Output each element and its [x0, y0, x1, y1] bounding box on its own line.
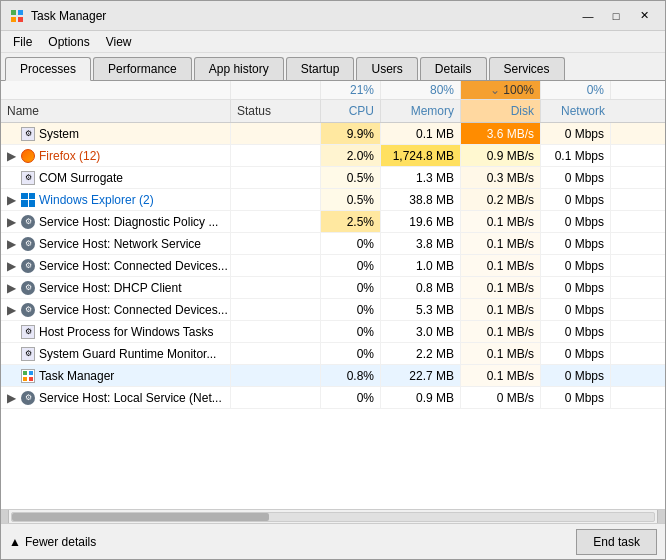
process-network: 0 Mbps [541, 321, 611, 342]
process-status [231, 255, 321, 276]
fewer-details-button[interactable]: ▲ Fewer details [9, 535, 96, 549]
table-row[interactable]: ▶ Firefox (12) 2.0% 1,724.8 MB 0.9 MB/s … [1, 145, 665, 167]
fewer-details-label: Fewer details [25, 535, 96, 549]
expand-icon[interactable]: ▶ [5, 216, 17, 228]
tab-processes[interactable]: Processes [5, 57, 91, 81]
process-network: 0 Mbps [541, 255, 611, 276]
process-cpu: 0% [321, 277, 381, 298]
process-name: ▶ ⚙ Service Host: Diagnostic Policy ... [1, 211, 231, 232]
table-row[interactable]: ▶ ⚙ COM Surrogate 0.5% 1.3 MB 0.3 MB/s 0… [1, 167, 665, 189]
table-row[interactable]: ▶ ⚙ Service Host: DHCP Client 0% 0.8 MB … [1, 277, 665, 299]
column-headers: Name Status CPU Memory Disk Network [1, 100, 665, 123]
table-row[interactable]: ▶ ⚙ System Guard Runtime Monitor... 0% 2… [1, 343, 665, 365]
table-row[interactable]: ▶ Task Manager 0.8% 22.7 MB 0.1 MB/s [1, 365, 665, 387]
process-name: ▶ ⚙ Service Host: Connected Devices... [1, 255, 231, 276]
col-name[interactable]: Name [1, 100, 231, 122]
process-name: ▶ ⚙ COM Surrogate [1, 167, 231, 188]
expand-icon[interactable]: ▶ [5, 194, 17, 206]
process-cpu: 0% [321, 233, 381, 254]
table-row[interactable]: ▶ ⚙ System 9.9% 0.1 MB 3.6 MB/s 0 Mbps [1, 123, 665, 145]
process-status [231, 167, 321, 188]
process-name: ▶ ⚙ Service Host: DHCP Client [1, 277, 231, 298]
table-row[interactable]: ▶ ⚙ Host Process for Windows Tasks 0% 3.… [1, 321, 665, 343]
title-bar: Task Manager — □ ✕ [1, 1, 665, 31]
tab-bar: Processes Performance App history Startu… [1, 53, 665, 81]
tab-users[interactable]: Users [356, 57, 417, 80]
svg-rect-1 [18, 10, 23, 15]
process-name: ▶ Firefox (12) [1, 145, 231, 166]
scroll-track[interactable] [11, 512, 655, 522]
process-status [231, 321, 321, 342]
process-disk: 0.1 MB/s [461, 233, 541, 254]
process-table: ▶ ⚙ System 9.9% 0.1 MB 3.6 MB/s 0 Mbps ▶… [1, 123, 665, 509]
process-cpu: 9.9% [321, 123, 381, 144]
expand-icon[interactable]: ▶ [5, 238, 17, 250]
table-row[interactable]: ▶ ⚙ Service Host: Connected Devices... 0… [1, 299, 665, 321]
process-status [231, 343, 321, 364]
horizontal-scrollbar[interactable] [1, 509, 665, 523]
summary-network: 0% [541, 81, 611, 99]
expand-icon[interactable]: ▶ [5, 150, 17, 162]
expand-icon[interactable]: ▶ [5, 304, 17, 316]
process-network: 0.1 Mbps [541, 145, 611, 166]
tab-services[interactable]: Services [489, 57, 565, 80]
close-button[interactable]: ✕ [631, 6, 657, 26]
bottom-bar: ▲ Fewer details End task [1, 523, 665, 559]
end-task-button[interactable]: End task [576, 529, 657, 555]
tab-performance[interactable]: Performance [93, 57, 192, 80]
process-memory: 3.0 MB [381, 321, 461, 342]
summary-name [1, 81, 231, 99]
tab-details[interactable]: Details [420, 57, 487, 80]
process-cpu: 0.5% [321, 189, 381, 210]
col-disk[interactable]: Disk [461, 100, 541, 122]
table-row[interactable]: ▶ ⚙ Service Host: Local Service (Net... … [1, 387, 665, 409]
process-memory: 22.7 MB [381, 365, 461, 386]
process-memory: 0.1 MB [381, 123, 461, 144]
main-content: 21% 80% ⌄ 100% 0% Name Status CPU Memory… [1, 81, 665, 523]
expand-icon[interactable]: ▶ [5, 392, 17, 404]
col-memory[interactable]: Memory [381, 100, 461, 122]
tab-app-history[interactable]: App history [194, 57, 284, 80]
summary-status [231, 81, 321, 99]
chevron-up-icon: ▲ [9, 535, 21, 549]
process-icon [21, 149, 35, 163]
window-controls: — □ ✕ [575, 6, 657, 26]
menu-view[interactable]: View [98, 33, 140, 51]
svg-rect-7 [29, 377, 33, 381]
summary-disk: ⌄ 100% [461, 81, 541, 99]
process-name: ▶ ⚙ Host Process for Windows Tasks [1, 321, 231, 342]
table-row[interactable]: ▶ Windows Explorer (2) 0.5% 38.8 MB 0.2 … [1, 189, 665, 211]
process-disk: 0.9 MB/s [461, 145, 541, 166]
table-row[interactable]: ▶ ⚙ Service Host: Diagnostic Policy ... … [1, 211, 665, 233]
expand-icon[interactable]: ▶ [5, 282, 17, 294]
process-icon: ⚙ [21, 215, 35, 229]
process-disk: 0.1 MB/s [461, 299, 541, 320]
menu-file[interactable]: File [5, 33, 40, 51]
process-name: ▶ Task Manager [1, 365, 231, 386]
process-status [231, 365, 321, 386]
process-memory: 0.9 MB [381, 387, 461, 408]
process-name: ▶ ⚙ System [1, 123, 231, 144]
process-disk: 0.1 MB/s [461, 255, 541, 276]
process-cpu: 2.0% [321, 145, 381, 166]
table-row[interactable]: ▶ ⚙ Service Host: Network Service 0% 3.8… [1, 233, 665, 255]
process-icon: ⚙ [21, 127, 35, 141]
maximize-button[interactable]: □ [603, 6, 629, 26]
col-cpu[interactable]: CPU [321, 100, 381, 122]
col-network[interactable]: Network [541, 100, 611, 122]
minimize-button[interactable]: — [575, 6, 601, 26]
svg-rect-0 [11, 10, 16, 15]
svg-rect-2 [11, 17, 16, 22]
expand-icon[interactable]: ▶ [5, 260, 17, 272]
process-disk: 0 MB/s [461, 387, 541, 408]
tab-startup[interactable]: Startup [286, 57, 355, 80]
table-row[interactable]: ▶ ⚙ Service Host: Connected Devices... 0… [1, 255, 665, 277]
process-status [231, 145, 321, 166]
process-icon: ⚙ [21, 237, 35, 251]
col-status[interactable]: Status [231, 100, 321, 122]
process-icon: ⚙ [21, 391, 35, 405]
process-disk: 3.6 MB/s [461, 123, 541, 144]
process-cpu: 0% [321, 321, 381, 342]
menu-options[interactable]: Options [40, 33, 97, 51]
summary-row: 21% 80% ⌄ 100% 0% [1, 81, 665, 100]
